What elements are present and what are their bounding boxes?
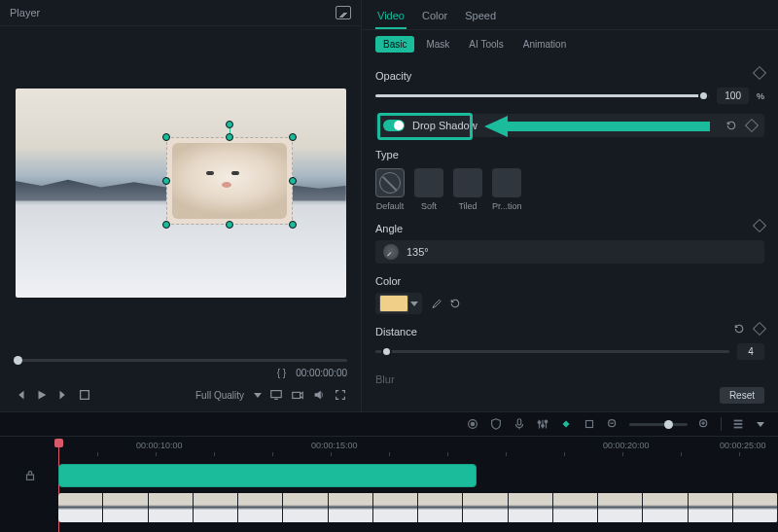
type-label: Type — [375, 149, 764, 160]
blur-label: Blur — [375, 373, 764, 385]
resize-handle[interactable] — [162, 221, 170, 229]
svg-rect-15 — [27, 475, 34, 479]
video-clip[interactable] — [58, 493, 778, 522]
reset-icon[interactable] — [449, 298, 461, 309]
angle-input[interactable]: 135° — [375, 240, 764, 264]
mic-icon[interactable] — [513, 417, 526, 431]
adjust-icon[interactable] — [536, 417, 549, 431]
tab-color[interactable]: Color — [420, 6, 449, 29]
type-projection[interactable] — [492, 168, 521, 197]
crop-icon[interactable] — [583, 417, 596, 431]
keyframe-icon[interactable] — [753, 66, 766, 80]
reset-button[interactable]: Reset — [720, 387, 764, 404]
brace-icon[interactable]: { } — [277, 368, 286, 378]
reset-icon[interactable] — [725, 120, 737, 131]
color-label: Color — [375, 275, 764, 287]
subtab-animation[interactable]: Animation — [515, 36, 574, 53]
overlay-clip[interactable] — [58, 464, 477, 487]
timeline-toolbar — [0, 411, 778, 437]
drop-shadow-row: Drop Shadow — [375, 114, 764, 137]
quality-dropdown[interactable]: Full Quality — [195, 390, 244, 401]
keyframe-icon[interactable] — [753, 322, 766, 336]
resize-handle[interactable] — [162, 177, 170, 185]
rotate-handle[interactable] — [226, 121, 233, 128]
record-icon[interactable] — [466, 417, 479, 431]
resize-handle[interactable] — [289, 177, 297, 185]
marker-icon[interactable] — [559, 417, 573, 431]
subtab-mask[interactable]: Mask — [418, 36, 457, 53]
camera-icon[interactable] — [291, 388, 304, 402]
screen-icon[interactable] — [269, 388, 283, 402]
preview-canvas[interactable] — [0, 26, 361, 359]
shield-icon[interactable] — [489, 417, 503, 431]
zoom-out-icon[interactable] — [606, 417, 619, 431]
keyframe-icon[interactable] — [745, 119, 759, 132]
type-default[interactable] — [375, 168, 405, 197]
timecode: 00:00:00:00 — [296, 368, 347, 378]
distance-slider[interactable] — [375, 350, 729, 353]
angle-dial[interactable] — [383, 244, 399, 260]
image-icon[interactable] — [336, 6, 351, 19]
resize-handle[interactable] — [226, 221, 233, 229]
color-swatch[interactable] — [375, 293, 422, 314]
svg-point-7 — [542, 424, 545, 427]
keyframe-icon[interactable] — [753, 219, 766, 232]
selected-clip[interactable] — [166, 137, 293, 225]
subtab-aitools[interactable]: AI Tools — [461, 36, 511, 53]
player-title: Player — [10, 7, 40, 18]
angle-label: Angle — [375, 223, 403, 234]
reset-icon[interactable] — [733, 323, 745, 335]
resize-handle[interactable] — [289, 133, 297, 141]
play-icon[interactable] — [35, 388, 49, 402]
svg-rect-0 — [81, 391, 89, 400]
svg-rect-14 — [734, 427, 743, 429]
resize-handle[interactable] — [289, 221, 297, 229]
opacity-value[interactable]: 100 — [717, 88, 749, 104]
annotation-arrow — [484, 116, 710, 137]
volume-icon[interactable] — [312, 388, 326, 402]
drop-shadow-toggle[interactable] — [383, 120, 405, 131]
svg-rect-12 — [734, 420, 743, 422]
timeline[interactable]: 00:00:10:00 00:00:15:00 00:00:20:00 00:0… — [0, 437, 778, 532]
drop-shadow-label: Drop Shadow — [412, 120, 477, 131]
zoom-in-icon[interactable] — [697, 417, 711, 431]
opacity-unit: % — [757, 91, 764, 101]
player-panel: Player — [0, 0, 362, 411]
opacity-label: Opacity — [375, 70, 411, 82]
resize-handle[interactable] — [226, 133, 233, 141]
next-frame-icon[interactable] — [56, 388, 70, 402]
resize-handle[interactable] — [162, 133, 170, 141]
svg-point-6 — [538, 421, 541, 424]
distance-value[interactable]: 4 — [737, 343, 764, 360]
tab-speed[interactable]: Speed — [463, 6, 498, 29]
svg-rect-13 — [734, 423, 743, 425]
type-soft[interactable] — [414, 168, 443, 197]
angle-value: 135° — [407, 246, 429, 258]
chevron-down-icon — [410, 301, 418, 306]
svg-rect-9 — [586, 421, 593, 428]
inspector-panel: Video Color Speed Basic Mask AI Tools An… — [362, 0, 778, 411]
distance-label: Distance — [375, 326, 417, 337]
opacity-slider[interactable] — [375, 94, 709, 97]
eyedropper-icon[interactable] — [430, 298, 442, 309]
track-height-icon[interactable] — [731, 417, 745, 431]
lock-icon[interactable] — [23, 469, 37, 482]
subtab-basic[interactable]: Basic — [375, 36, 414, 53]
fullscreen-icon[interactable] — [334, 388, 347, 402]
svg-rect-2 — [293, 392, 301, 398]
svg-point-4 — [471, 422, 475, 426]
svg-rect-5 — [517, 419, 521, 425]
zoom-slider[interactable] — [629, 423, 688, 426]
svg-point-8 — [545, 420, 548, 423]
type-tiled[interactable] — [453, 168, 482, 197]
chevron-down-icon — [757, 422, 764, 427]
chevron-down-icon — [254, 393, 262, 398]
scrub-slider[interactable] — [14, 359, 347, 362]
stop-icon[interactable] — [78, 388, 91, 402]
time-ruler[interactable]: 00:00:10:00 00:00:15:00 00:00:20:00 00:0… — [58, 441, 778, 456]
svg-rect-1 — [271, 391, 282, 398]
tab-video[interactable]: Video — [375, 6, 407, 29]
prev-frame-icon[interactable] — [14, 388, 27, 402]
